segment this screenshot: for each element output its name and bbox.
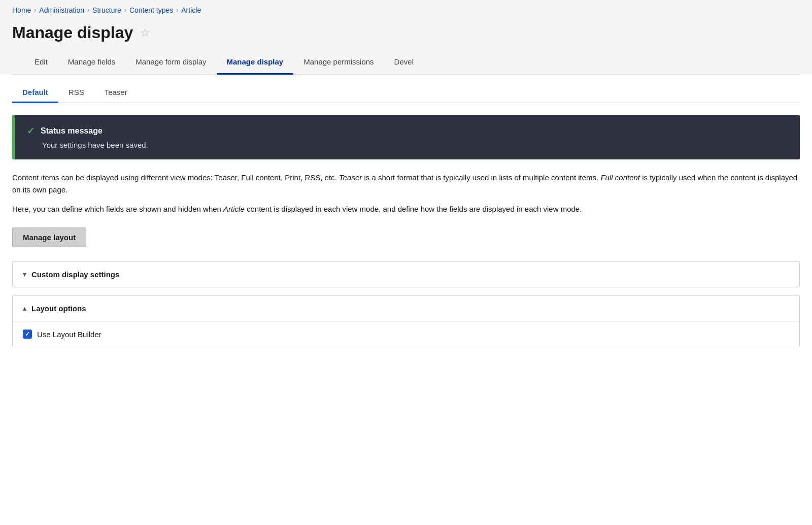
secondary-tabs: Default RSS Teaser — [12, 75, 800, 103]
tab-manage-form-display[interactable]: Manage form display — [125, 50, 216, 75]
custom-display-label: Custom display settings — [31, 270, 119, 279]
breadcrumb-home[interactable]: Home — [12, 6, 31, 14]
tab-default[interactable]: Default — [12, 83, 58, 103]
custom-display-settings-header[interactable]: ▾ Custom display settings — [13, 262, 799, 287]
layout-options-label: Layout options — [31, 304, 86, 313]
breadcrumb-content-types[interactable]: Content types — [129, 6, 173, 14]
top-bar: Home › Administration › Structure › Cont… — [0, 0, 812, 75]
description-para1: Content items can be displayed using dif… — [12, 172, 800, 196]
desc-p1-italic2: Full content — [600, 173, 640, 182]
tab-devel[interactable]: Devel — [384, 50, 424, 75]
content-area: Default RSS Teaser ✓ Status message Your… — [0, 75, 812, 347]
layout-options-body: ✓ Use Layout Builder — [13, 321, 799, 347]
breadcrumb-structure[interactable]: Structure — [92, 6, 121, 14]
use-layout-builder-checkbox[interactable]: ✓ — [23, 330, 32, 339]
layout-options-header[interactable]: ▴ Layout options — [13, 296, 799, 321]
breadcrumb-sep-1: › — [34, 7, 36, 14]
breadcrumb-sep-3: › — [124, 7, 126, 14]
custom-display-settings-section: ▾ Custom display settings — [12, 261, 800, 287]
desc-p1-italic1: Teaser — [339, 173, 362, 182]
page-title: Manage display — [12, 23, 133, 42]
desc-p2-start: Here, you can define which fields are sh… — [12, 205, 223, 213]
favorite-icon[interactable]: ☆ — [140, 26, 150, 40]
description-para2: Here, you can define which fields are sh… — [12, 203, 800, 215]
primary-tabs: Edit Manage fields Manage form display M… — [12, 50, 800, 75]
breadcrumb-sep-4: › — [176, 7, 178, 14]
page-wrapper: Home › Administration › Structure › Cont… — [0, 0, 812, 525]
page-title-row: Manage display ☆ — [12, 19, 800, 50]
layout-options-section: ▴ Layout options ✓ Use Layout Builder — [12, 296, 800, 347]
status-title: Status message — [41, 126, 103, 136]
check-icon: ✓ — [27, 125, 35, 137]
tab-manage-fields[interactable]: Manage fields — [58, 50, 125, 75]
use-layout-builder-row: ✓ Use Layout Builder — [23, 330, 789, 339]
breadcrumb-article[interactable]: Article — [181, 6, 201, 14]
description: Content items can be displayed using dif… — [12, 172, 800, 215]
desc-p2-end: content is displayed in each view mode, … — [245, 205, 582, 213]
breadcrumb-sep-2: › — [87, 7, 89, 14]
desc-p2-italic: Article — [223, 205, 245, 213]
breadcrumb-administration[interactable]: Administration — [39, 6, 84, 14]
checkbox-checkmark-icon: ✓ — [25, 331, 30, 338]
status-message-body: Your settings have been saved. — [27, 141, 788, 149]
custom-display-arrow-icon: ▾ — [23, 271, 26, 278]
tab-rss[interactable]: RSS — [58, 83, 94, 103]
manage-layout-button[interactable]: Manage layout — [12, 227, 86, 247]
status-message: ✓ Status message Your settings have been… — [12, 115, 800, 159]
tab-edit[interactable]: Edit — [24, 50, 58, 75]
use-layout-builder-label: Use Layout Builder — [37, 330, 101, 339]
tab-manage-permissions[interactable]: Manage permissions — [293, 50, 384, 75]
desc-p1-mid: is a short format that is typically used… — [362, 173, 600, 182]
status-message-header: ✓ Status message — [27, 125, 788, 137]
desc-p1-text1: Content items can be displayed using dif… — [12, 173, 339, 182]
layout-options-arrow-icon: ▴ — [23, 305, 26, 312]
tab-teaser[interactable]: Teaser — [94, 83, 138, 103]
tab-manage-display[interactable]: Manage display — [217, 50, 294, 75]
breadcrumb: Home › Administration › Structure › Cont… — [12, 6, 800, 14]
